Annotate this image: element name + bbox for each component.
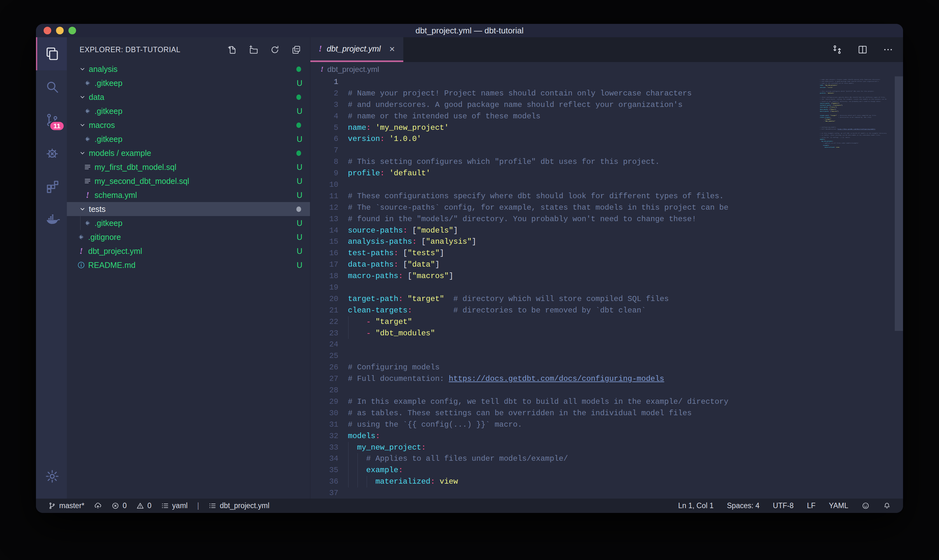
code-line[interactable]: 31# using the `{{ config(...) }}` macro. [310, 419, 728, 431]
activity-item-explorer[interactable] [36, 37, 67, 70]
code-line[interactable]: 23 - "dbt_modules" [310, 328, 728, 339]
code-line[interactable]: 20target-path: "target" # directory whic… [310, 293, 728, 305]
git-untracked-badge: U [297, 261, 302, 270]
tree-file-.gitignore[interactable]: .gitignoreU [67, 230, 310, 244]
minimap[interactable]: 12# Name your project! Project names sho… [820, 76, 895, 498]
close-window-button[interactable] [44, 27, 51, 34]
code-line[interactable]: 10 [310, 179, 728, 191]
activity-item-extensions[interactable] [36, 169, 67, 203]
code-line[interactable]: 22 - "target" [310, 316, 728, 328]
code-line[interactable]: 21clean-targets: # directories to be rem… [310, 305, 728, 316]
status-error-count[interactable]: 0 [111, 502, 127, 510]
zoom-window-button[interactable] [68, 27, 76, 34]
code-line[interactable]: 37 [820, 148, 895, 150]
status-encoding[interactable]: UTF-8 [773, 502, 794, 510]
code-line[interactable]: 25 [310, 350, 728, 362]
tree-file-.gitkeep[interactable]: .gitkeepU [67, 216, 310, 230]
code-line[interactable]: 17data-paths: ["data"] [310, 259, 728, 271]
code-line[interactable]: 3# and underscores. A good package name … [310, 99, 728, 111]
code-line[interactable]: 12# The `source-paths` config, for examp… [310, 202, 728, 214]
new-file-icon[interactable] [227, 45, 237, 55]
status-cursor-position[interactable]: Ln 1, Col 1 [678, 502, 714, 510]
vertical-scrollbar[interactable] [895, 76, 903, 331]
breadcrumb-item-file[interactable]: dbt_project.yml [327, 65, 379, 74]
status-language-mode[interactable]: YAML [829, 502, 848, 510]
code-line[interactable]: 14source-paths: ["models"] [310, 225, 728, 236]
tree-folder-macros[interactable]: macros [67, 118, 310, 132]
code-line[interactable]: 18macro-paths: ["macros"] [310, 271, 728, 282]
search-icon [45, 79, 60, 94]
status-linter-yaml[interactable]: yaml [161, 502, 188, 510]
code-line[interactable]: 15analysis-paths: ["analysis"] [310, 236, 728, 248]
status-indentation[interactable]: Spaces: 4 [727, 502, 759, 510]
code-line[interactable]: 29# In this example config, we tell dbt … [310, 396, 728, 408]
code-line[interactable]: 32models: [310, 431, 728, 442]
status-linter-file[interactable]: dbt_project.yml [208, 502, 269, 510]
tab-dbt-project-yml[interactable]: ! dbt_project.yml × [310, 37, 403, 62]
activity-item-docker[interactable] [36, 203, 67, 236]
tree-folder-analysis[interactable]: analysis [67, 62, 310, 76]
code-line[interactable]: 2# Name your project! Project names shou… [310, 88, 728, 99]
refresh-icon[interactable] [270, 45, 280, 55]
tree-file-dbt-project.yml[interactable]: !dbt_project.ymlU [67, 244, 310, 258]
code-line[interactable]: 35 example: [310, 465, 728, 476]
tree-folder-models-example[interactable]: models / example [67, 146, 310, 160]
code-line[interactable]: 19 [310, 282, 728, 293]
line-number: 30 [310, 408, 348, 419]
activity-item-settings[interactable] [36, 460, 67, 493]
code-line[interactable]: 5name: 'my_new_project' [310, 122, 728, 134]
compare-icon[interactable] [832, 44, 842, 55]
activity-bar: 11 [36, 37, 67, 498]
tree-file-.gitkeep[interactable]: .gitkeepU [67, 132, 310, 146]
tree-file-my-second-dbt-model.sql[interactable]: my_second_dbt_model.sqlU [67, 174, 310, 188]
tree-file-schema.yml[interactable]: !schema.ymlU [67, 188, 310, 202]
code-line[interactable]: 27# Full documentation: https://docs.get… [310, 373, 728, 385]
code-line[interactable]: 36 materialized: view [310, 476, 728, 488]
tree-file-.gitkeep[interactable]: .gitkeepU [67, 104, 310, 118]
code-line-content: # Configuring models [348, 362, 440, 373]
line-number: 19 [310, 282, 348, 293]
status-feedback[interactable] [862, 502, 870, 510]
status-eol[interactable]: LF [807, 502, 816, 510]
code-line[interactable]: 4# name or the intended use of these mod… [310, 111, 728, 122]
code-line[interactable]: 11# These configurations specify where d… [310, 191, 728, 202]
tree-file-.gitkeep[interactable]: .gitkeepU [67, 76, 310, 90]
status-publish-changes[interactable] [94, 502, 102, 510]
code-line[interactable]: 16test-paths: ["tests"] [310, 248, 728, 259]
code-line[interactable]: 7 [310, 145, 728, 156]
split-editor-icon[interactable] [857, 44, 868, 55]
code-line[interactable]: 34 # Applies to all files under models/e… [310, 453, 728, 465]
code-line[interactable]: 8# This setting configures which "profil… [310, 156, 728, 168]
activity-item-debug[interactable] [36, 137, 67, 169]
tree-folder-data[interactable]: data [67, 90, 310, 104]
tree-folder-tests[interactable]: tests [67, 202, 310, 216]
tree-item-label: README.md [88, 261, 135, 270]
line-number: 29 [310, 396, 348, 408]
activity-item-source-control[interactable]: 11 [36, 103, 67, 137]
code-line[interactable]: 24 [310, 339, 728, 350]
code-line[interactable]: 13# found in the "models/" directory. Yo… [310, 214, 728, 225]
tree-file-readme.md[interactable]: README.mdU [67, 258, 310, 272]
tree-file-my-first-dbt-model.sql[interactable]: my_first_dbt_model.sqlU [67, 160, 310, 174]
collapse-all-icon[interactable] [291, 45, 301, 55]
status-git-branch-status[interactable]: master* [48, 502, 84, 510]
new-folder-icon[interactable] [249, 45, 259, 55]
code-line[interactable]: 28 [310, 385, 728, 396]
code-line[interactable]: 9profile: 'default' [310, 168, 728, 179]
code-line[interactable]: 37 [310, 488, 728, 498]
git-icon [83, 219, 92, 227]
warning-icon: ! [77, 247, 85, 255]
close-tab-icon[interactable]: × [389, 44, 395, 54]
code-line[interactable]: 1 [310, 76, 728, 88]
status-warning-count[interactable]: 0 [136, 502, 151, 510]
line-number: 25 [310, 350, 348, 362]
status-notifications[interactable] [883, 502, 891, 510]
code-line[interactable]: 6version: '1.0.0' [310, 133, 728, 145]
code-line-content: macro-paths: ["macros"] [348, 271, 453, 282]
ellipsis-icon[interactable] [883, 44, 893, 55]
code-line[interactable]: 26# Configuring models [310, 362, 728, 373]
activity-item-search[interactable] [36, 70, 67, 103]
minimize-window-button[interactable] [56, 27, 64, 34]
code-line[interactable]: 30# as tables. These settings can be ove… [310, 408, 728, 419]
code-line[interactable]: 33 my_new_project: [310, 442, 728, 454]
